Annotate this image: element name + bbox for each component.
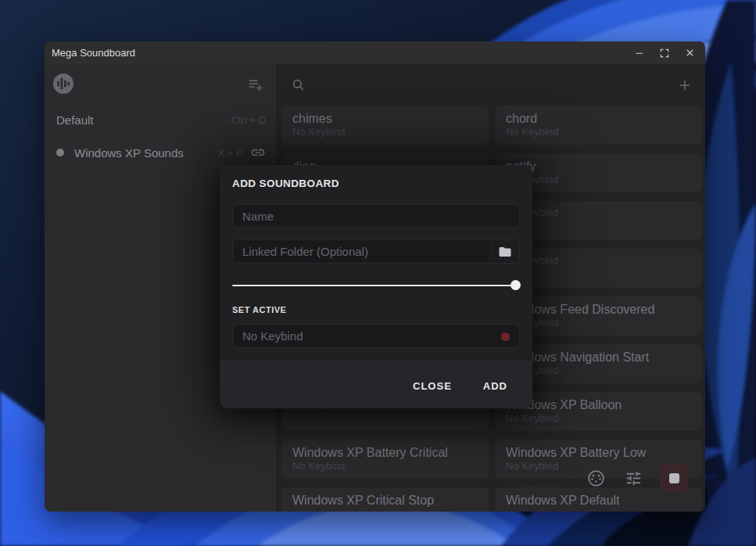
set-active-label: SET ACTIVE [232, 305, 520, 314]
sound-card[interactable]: Windows XP Battery Critical No Keybind [281, 440, 489, 479]
close-button[interactable] [677, 41, 702, 64]
sound-title: Windows Navigation Start [506, 350, 691, 365]
stop-icon [669, 473, 679, 483]
slider-track [232, 285, 520, 286]
soundboard-shortcut: Ctrl + D [231, 114, 266, 126]
app-logo-icon [52, 73, 74, 95]
soundboard-name: Windows XP Sounds [74, 146, 218, 160]
sound-title: notify [506, 159, 691, 174]
folder-icon [498, 245, 512, 259]
sidebar-item-default[interactable]: Default Ctrl + D [45, 103, 276, 136]
stop-all-sounds-button[interactable] [660, 464, 688, 492]
linked-folder-icon [250, 145, 266, 160]
sound-title: Windows XP Balloon [506, 397, 691, 412]
sound-keybind: No Keybind [506, 254, 691, 267]
sound-card[interactable]: chimes No Keybind [281, 106, 489, 145]
dialog-footer: CLOSE ADD [220, 361, 532, 408]
minimize-button[interactable] [627, 41, 652, 64]
search-button[interactable] [289, 76, 307, 94]
sound-title: Windows XP Default [506, 493, 691, 508]
title-bar: Mega Soundboard [45, 41, 705, 64]
keybind-placeholder: No Keybind [242, 329, 303, 343]
active-indicator-dot [56, 149, 64, 156]
sidebar-header [45, 64, 276, 103]
playback-controls [585, 464, 688, 492]
sound-keybind: No Keybind [506, 412, 691, 425]
sound-keybind: No Keybind [292, 460, 478, 472]
sound-title: Windows XP Battery Low [506, 445, 691, 460]
midi-settings-button[interactable] [585, 467, 607, 490]
dialog-title: ADD SOUNDBOARD [232, 178, 520, 189]
window-title: Mega Soundboard [45, 47, 135, 59]
sound-title: chimes [292, 111, 478, 126]
search-icon [291, 77, 306, 92]
add-confirm-button[interactable]: ADD [471, 372, 520, 400]
audio-settings-button[interactable] [623, 468, 644, 489]
maximize-button[interactable] [652, 41, 677, 64]
linked-folder-input[interactable] [233, 240, 489, 263]
sound-card[interactable]: chord No Keybind [495, 106, 702, 145]
minimize-icon [633, 47, 646, 59]
sound-keybind: No Keybind [506, 317, 691, 329]
sound-keybind: No Keybind [292, 126, 478, 138]
sound-title: chord [506, 111, 691, 126]
new-soundboard-button[interactable] [245, 74, 265, 94]
record-indicator-dot [501, 332, 510, 341]
soundboard-name: Default [56, 113, 231, 127]
close-icon [684, 47, 696, 59]
playlist-add-icon [247, 76, 263, 92]
soundboard-shortcut: X + P [218, 147, 243, 159]
sound-keybind: No Keybind [506, 365, 691, 377]
midi-icon [586, 469, 606, 488]
plus-icon [677, 77, 693, 93]
name-input[interactable] [232, 204, 520, 228]
volume-slider[interactable] [232, 280, 520, 290]
linked-folder-field [232, 239, 520, 264]
browse-folder-button[interactable] [489, 240, 519, 263]
keybind-recorder-field[interactable]: No Keybind [232, 324, 520, 348]
sound-keybind: No Keybind [506, 174, 691, 186]
tune-icon [625, 469, 643, 487]
sound-card[interactable]: Windows XP Critical Stop [281, 487, 489, 512]
main-header [276, 64, 705, 106]
sound-keybind: No Keybind [506, 126, 691, 138]
sidebar-item-windows-xp-sounds[interactable]: Windows XP Sounds X + P [45, 136, 276, 169]
sound-keybind: No Keybind [506, 207, 691, 219]
fullscreen-icon [659, 48, 670, 59]
add-sound-button[interactable] [675, 76, 694, 95]
close-dialog-button[interactable]: CLOSE [400, 372, 464, 400]
sound-title: Windows XP Critical Stop [292, 493, 478, 508]
desktop-wallpaper: Mega Soundboard [0, 0, 756, 546]
add-soundboard-dialog: ADD SOUNDBOARD SET ACTIVE No Keybind [220, 165, 532, 408]
sound-title: Windows Feed Discovered [506, 302, 691, 317]
slider-thumb[interactable] [511, 280, 521, 290]
sound-title: Windows XP Battery Critical [292, 445, 478, 460]
